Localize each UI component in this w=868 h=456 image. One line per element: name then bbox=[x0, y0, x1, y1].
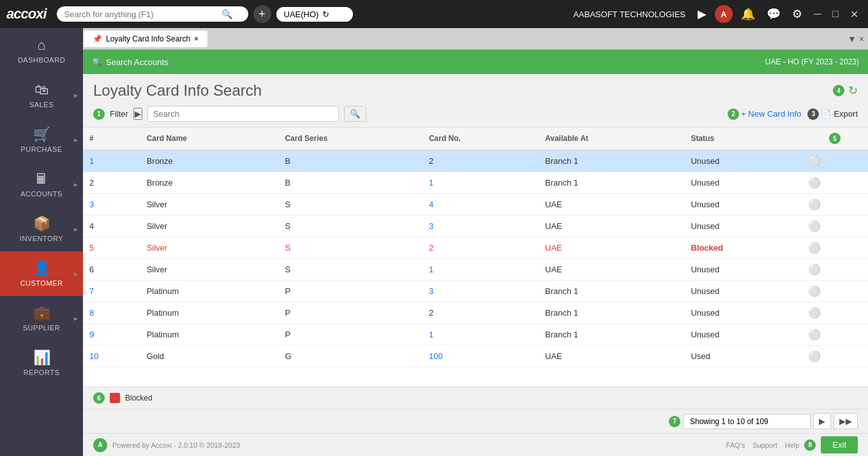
maximize-button[interactable]: □ bbox=[829, 8, 842, 20]
badge-5: 5 bbox=[829, 133, 841, 144]
cell-available-at: Branch 1 bbox=[539, 302, 684, 324]
cell-available-at: Branch 1 bbox=[539, 324, 684, 346]
global-search-input[interactable] bbox=[64, 10, 218, 19]
new-card-info-button[interactable]: + New Card Info bbox=[741, 109, 801, 119]
table-row[interactable]: 2 Bronze B 1 Branch 1 Unused ⚪ bbox=[83, 172, 868, 194]
row-action-button[interactable]: ⚪ bbox=[808, 307, 821, 319]
cell-action[interactable]: ⚪ bbox=[802, 259, 868, 281]
badge-3: 3 bbox=[807, 108, 819, 120]
notifications-icon[interactable]: 🔔 bbox=[741, 7, 755, 21]
cell-card-name: Gold bbox=[140, 346, 279, 367]
inventory-expand-icon: ► bbox=[73, 226, 79, 233]
cell-available-at: UAE bbox=[539, 194, 684, 216]
export-label: Export bbox=[834, 109, 858, 119]
table-row[interactable]: 3 Silver S 4 UAE Unused ⚪ bbox=[83, 194, 868, 216]
export-button[interactable]: 📄 Export bbox=[821, 109, 858, 119]
badge-8: 8 bbox=[804, 439, 816, 451]
cell-card-series: S bbox=[278, 216, 422, 237]
col-card-series: Card Series bbox=[278, 128, 422, 150]
close-window-button[interactable]: ✕ bbox=[847, 8, 862, 20]
table-row[interactable]: 9 Platinum P 1 Branch 1 Unused ⚪ bbox=[83, 324, 868, 346]
search-accounts-button[interactable]: 🔍 Search Accounts bbox=[92, 57, 168, 67]
minimize-button[interactable]: ─ bbox=[811, 8, 824, 20]
app-logo: accoxi bbox=[6, 6, 47, 22]
filter-expand-button[interactable]: ▶ bbox=[133, 108, 142, 120]
branch-selector[interactable]: UAE(HO) ↻ bbox=[276, 7, 353, 22]
footer-logo: A bbox=[93, 438, 107, 452]
sidebar-item-customer[interactable]: 👤 CUSTOMER ► bbox=[0, 251, 83, 296]
row-action-button[interactable]: ⚪ bbox=[808, 263, 821, 276]
cell-status: Blocked bbox=[684, 237, 802, 259]
cell-available-at: UAE bbox=[539, 216, 684, 237]
sidebar-item-inventory[interactable]: 📦 INVENTORY ► bbox=[0, 207, 83, 251]
cell-action[interactable]: ⚪ bbox=[802, 324, 868, 346]
arrow-icon[interactable]: ▶ bbox=[698, 7, 707, 21]
cell-row-num: 8 bbox=[83, 302, 140, 324]
sidebar-item-accounts[interactable]: 🖩 ACCOUNTS ► bbox=[0, 162, 83, 207]
cell-action[interactable]: ⚪ bbox=[802, 172, 868, 194]
table-row[interactable]: 7 Platinum P 3 Branch 1 Unused ⚪ bbox=[83, 281, 868, 302]
row-action-button[interactable]: ⚪ bbox=[808, 328, 821, 341]
user-avatar[interactable]: A bbox=[715, 5, 733, 23]
messages-icon[interactable]: 💬 bbox=[767, 7, 781, 21]
help-link[interactable]: Help bbox=[785, 441, 800, 449]
sidebar-item-supplier[interactable]: 💼 SUPPLIER ► bbox=[0, 296, 83, 341]
table-row[interactable]: 8 Platinum P 2 Branch 1 Unused ⚪ bbox=[83, 302, 868, 324]
cell-action[interactable]: ⚪ bbox=[802, 216, 868, 237]
table-row[interactable]: 5 Silver S 2 UAE Blocked ⚪ bbox=[83, 237, 868, 259]
blocked-legend-label: Blocked bbox=[125, 393, 153, 402]
faq-link[interactable]: FAQ's bbox=[726, 441, 745, 449]
row-action-button[interactable]: ⚪ bbox=[808, 155, 821, 167]
sidebar-label-dashboard: DASHBOARD bbox=[18, 56, 65, 64]
sidebar-item-dashboard[interactable]: ⌂ DASHBOARD bbox=[0, 28, 83, 73]
tab-scroll-left[interactable]: ▼ bbox=[848, 34, 857, 44]
row-action-button[interactable]: ⚪ bbox=[808, 198, 821, 210]
cell-status: Unused bbox=[684, 150, 802, 172]
row-action-button[interactable]: ⚪ bbox=[808, 350, 821, 362]
global-search-icon: 🔍 bbox=[221, 9, 232, 19]
row-action-button[interactable]: ⚪ bbox=[808, 285, 821, 297]
row-action-button[interactable]: ⚪ bbox=[808, 242, 821, 254]
table-row[interactable]: 10 Gold G 100 UAE Used ⚪ bbox=[83, 346, 868, 367]
exit-button[interactable]: Exit bbox=[821, 436, 858, 453]
cell-action[interactable]: ⚪ bbox=[802, 237, 868, 259]
pagination-bar: 7 Showing 1 to 10 of 109 ▶ ▶▶ bbox=[83, 409, 868, 433]
settings-icon[interactable]: ⚙ bbox=[792, 7, 802, 21]
sidebar-item-sales[interactable]: 🛍 SALES ► bbox=[0, 73, 83, 117]
filter-search-button[interactable]: 🔍 bbox=[344, 106, 366, 122]
cell-action[interactable]: ⚪ bbox=[802, 281, 868, 302]
footer-powered-by: Powered by Accoxi - 2.0.10 © 2018-2023 bbox=[112, 441, 721, 449]
tab-close-icon[interactable]: × bbox=[194, 34, 198, 43]
sidebar-label-customer: CUSTOMER bbox=[20, 279, 63, 287]
badge-1: 1 bbox=[93, 108, 105, 120]
support-link[interactable]: Support bbox=[752, 441, 777, 449]
filter-search-input[interactable] bbox=[147, 106, 339, 122]
refresh-page-button[interactable]: ↻ bbox=[848, 84, 858, 98]
cell-action[interactable]: ⚪ bbox=[802, 302, 868, 324]
cell-card-name: Platinum bbox=[140, 302, 279, 324]
row-action-button[interactable]: ⚪ bbox=[808, 177, 821, 189]
cell-card-no: 1 bbox=[423, 172, 539, 194]
sidebar-item-reports[interactable]: 📊 REPORTS bbox=[0, 341, 83, 385]
cell-action[interactable]: ⚪ bbox=[802, 150, 868, 172]
cell-card-name: Platinum bbox=[140, 281, 279, 302]
add-button[interactable]: + bbox=[253, 5, 271, 23]
table-row[interactable]: 4 Silver S 3 UAE Unused ⚪ bbox=[83, 216, 868, 237]
next-page-button[interactable]: ▶ bbox=[813, 413, 831, 429]
cell-card-series: S bbox=[278, 237, 422, 259]
last-page-button[interactable]: ▶▶ bbox=[834, 413, 858, 429]
table-row[interactable]: 1 Bronze B 2 Branch 1 Unused ⚪ bbox=[83, 150, 868, 172]
tab-loyalty-card[interactable]: 📌 Loyalty Card Info Search × bbox=[83, 30, 208, 47]
cell-action[interactable]: ⚪ bbox=[802, 194, 868, 216]
tab-close-all[interactable]: × bbox=[859, 34, 864, 44]
global-search-bar[interactable]: 🔍 bbox=[57, 6, 248, 22]
cell-card-series: B bbox=[278, 172, 422, 194]
cell-card-no: 4 bbox=[423, 194, 539, 216]
table-row[interactable]: 6 Silver S 1 UAE Unused ⚪ bbox=[83, 259, 868, 281]
row-action-button[interactable]: ⚪ bbox=[808, 220, 821, 232]
page-header: Loyalty Card Info Search 4 ↻ bbox=[83, 74, 868, 103]
sidebar-item-purchase[interactable]: 🛒 PURCHASE ► bbox=[0, 117, 83, 162]
cell-action[interactable]: ⚪ bbox=[802, 346, 868, 367]
sidebar-label-sales: SALES bbox=[29, 101, 54, 108]
inventory-icon: 📦 bbox=[33, 216, 50, 232]
